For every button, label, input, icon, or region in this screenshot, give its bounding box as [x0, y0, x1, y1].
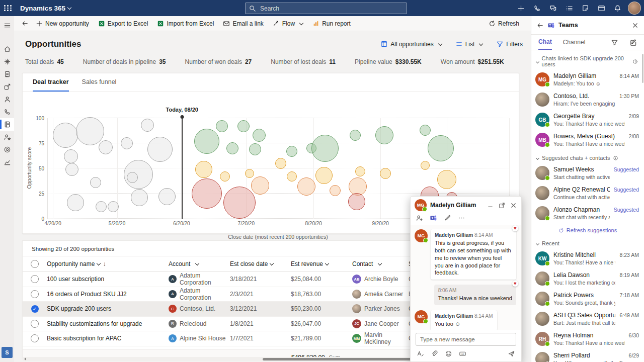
- sidebar-item-calls[interactable]: [0, 106, 14, 118]
- bubble-closed[interactable]: [65, 163, 78, 176]
- bubble-grade-a-80-100-[interactable]: [194, 129, 219, 154]
- filters-button[interactable]: Filters: [496, 40, 523, 48]
- sidebar-item-analytics[interactable]: [0, 156, 14, 168]
- bubble-closed[interactable]: [127, 172, 138, 183]
- chat-list-item[interactable]: Alonzo ChapmanStart chat with recently a…: [531, 203, 644, 223]
- chat-list-item[interactable]: Samuel WeeksStart chatting with active m…: [531, 163, 644, 183]
- phone-icon[interactable]: [531, 3, 542, 14]
- bubble-grade-a-80-100-[interactable]: [226, 142, 238, 154]
- row-radio[interactable]: [31, 290, 39, 298]
- column-opportunity-name[interactable]: Opportunity name↓: [47, 260, 169, 267]
- run-report-button[interactable]: Run report: [308, 17, 355, 31]
- contact-name[interactable]: Archie Boyle: [364, 276, 398, 283]
- tab-sales-funnel[interactable]: Sales funnel: [82, 78, 117, 92]
- chat-list-item[interactable]: Patrick PowersYou: Sounds great, thank y…: [531, 289, 644, 309]
- account-name[interactable]: Alpine Ski House: [180, 335, 225, 342]
- bubble-grade-c-30-50-[interactable]: [251, 176, 269, 195]
- bubble-grade-a-80-100-[interactable]: [428, 135, 454, 161]
- bubble-grade-a-80-100-[interactable]: [350, 130, 361, 141]
- bubble-grade-b-50-80-[interactable]: [380, 168, 391, 179]
- contact-name[interactable]: Jane Cooper: [364, 320, 399, 327]
- row-radio[interactable]: [31, 320, 39, 328]
- bubble-closed[interactable]: [67, 194, 84, 211]
- bubble-grade-a-80-100-[interactable]: [249, 143, 261, 155]
- column-account[interactable]: Account: [169, 260, 230, 267]
- contact-name[interactable]: Marvin McKinney: [364, 331, 409, 345]
- bubble-grade-b-50-80-[interactable]: [245, 169, 254, 178]
- chat-list-item[interactable]: Alpine Q2 Renewal OpportunityContinue ch…: [531, 183, 644, 203]
- minimize-icon[interactable]: [486, 202, 494, 209]
- teams-icon[interactable]: [430, 214, 437, 222]
- account-name[interactable]: Relecloud: [180, 320, 206, 327]
- sidebar-item-sales-accelerator[interactable]: [0, 55, 14, 68]
- heart-reaction[interactable]: ♥: [512, 281, 518, 287]
- bubble-grade-a-80-100-[interactable]: [216, 120, 228, 132]
- bubble-grade-b-50-80-[interactable]: [421, 161, 430, 170]
- bubble-closed[interactable]: [158, 188, 176, 205]
- bubble-grade-b-50-80-[interactable]: [315, 167, 333, 184]
- bubble-closed[interactable]: [108, 201, 119, 212]
- bubble-grade-a-80-100-[interactable]: [375, 126, 393, 144]
- bubble-grade-a-80-100-[interactable]: [311, 135, 339, 162]
- layout-selector[interactable]: List: [455, 40, 484, 48]
- note-icon[interactable]: [580, 3, 591, 14]
- account-avatar[interactable]: [628, 2, 641, 15]
- bubble-closed[interactable]: [64, 149, 78, 163]
- opportunity-name[interactable]: 100 user subscription: [47, 276, 169, 283]
- section-header[interactable]: Chats linked to SDK upgrade 200 users: [531, 50, 644, 69]
- bubble-grade-d-20-0-[interactable]: [348, 193, 365, 210]
- popout-icon[interactable]: [498, 202, 506, 209]
- bubble-grade-c-30-50-[interactable]: [297, 177, 315, 196]
- notifications-icon[interactable]: [612, 3, 623, 14]
- attach-icon[interactable]: [431, 350, 438, 357]
- sidebar-item-export[interactable]: [0, 80, 14, 93]
- bubble-grade-b-50-80-[interactable]: [275, 158, 286, 169]
- heart-reaction[interactable]: ♥: [512, 225, 518, 231]
- tab-deal-tracker[interactable]: Deal tracker: [33, 78, 69, 92]
- refresh-suggestions-link[interactable]: Refresh suggestions: [531, 223, 644, 235]
- app-name[interactable]: Dynamics 365: [20, 5, 71, 12]
- view-selector[interactable]: All opportunities: [380, 40, 442, 48]
- task-list-icon[interactable]: [564, 3, 575, 14]
- bubble-closed[interactable]: [53, 123, 78, 148]
- scroll-left-arrow[interactable]: [24, 357, 26, 360]
- bubble-grade-d-20-0-[interactable]: [223, 187, 256, 219]
- bubble-closed[interactable]: [141, 119, 154, 132]
- back-icon[interactable]: [18, 17, 31, 30]
- email-a-link-button[interactable]: Email a link: [218, 17, 268, 31]
- refresh-button[interactable]: Refresh: [484, 16, 524, 31]
- compose-icon[interactable]: [629, 39, 637, 46]
- teams-scrollbar-thumb[interactable]: [642, 54, 644, 83]
- global-search[interactable]: [245, 3, 407, 14]
- account-name[interactable]: Contoso, Ltd.: [180, 305, 215, 312]
- bubble-grade-a-80-100-[interactable]: [286, 146, 297, 157]
- app-launcher-icon[interactable]: [0, 0, 16, 16]
- section-header[interactable]: Recent: [531, 235, 644, 248]
- chat-list-item[interactable]: RHReyna HolmanYou: Thanks! Have a nice w…: [531, 329, 644, 349]
- message-input[interactable]: [416, 333, 516, 346]
- search-input[interactable]: [259, 5, 382, 13]
- chat-list-item[interactable]: MGMadelyn GilliamMadelyn: You too ☺8:14 …: [531, 69, 644, 89]
- flow-button[interactable]: Flow: [268, 17, 308, 31]
- import-from-excel-button[interactable]: Import from Excel: [152, 17, 218, 31]
- bubble-closed[interactable]: [76, 117, 104, 145]
- column-est-close-date[interactable]: Est close date: [230, 260, 291, 267]
- export-to-excel-button[interactable]: Export to Excel: [94, 17, 153, 31]
- bubble-grade-b-50-80-[interactable]: [195, 161, 212, 178]
- back-icon[interactable]: [536, 22, 544, 29]
- add-people-icon[interactable]: [416, 214, 423, 222]
- account-name[interactable]: Adatum Corporation: [180, 287, 230, 301]
- row-selected-check[interactable]: ✓: [31, 305, 39, 313]
- row-radio[interactable]: [31, 275, 39, 283]
- chat-list-item[interactable]: KWKristine MitchellYou: Thanks! Have a n…: [531, 248, 644, 268]
- sales-app-badge[interactable]: S: [2, 347, 13, 358]
- emoji-icon[interactable]: [445, 350, 452, 357]
- bubble-grade-c-30-50-[interactable]: [330, 185, 341, 196]
- bubble-grade-d-20-0-[interactable]: [192, 178, 222, 209]
- section-header[interactable]: Suggested chats + contacts: [531, 150, 644, 163]
- opportunity-name[interactable]: 16 orders of Product SKU JJ2: [47, 291, 169, 298]
- column-contact[interactable]: Contact: [352, 260, 409, 267]
- sidebar-item-contacts[interactable]: [0, 93, 14, 106]
- bubble-closed[interactable]: [131, 189, 148, 206]
- row-radio[interactable]: [31, 334, 39, 342]
